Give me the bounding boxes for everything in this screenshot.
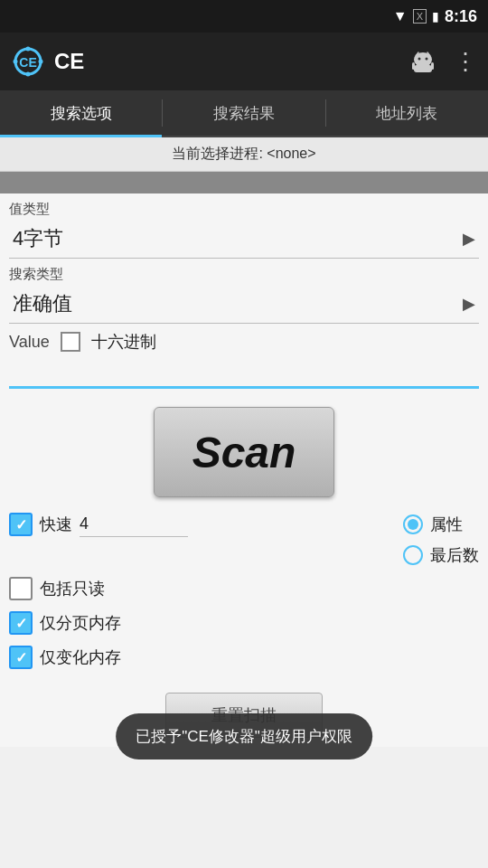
tab-search-options-label: 搜索选项 xyxy=(51,103,112,124)
wifi-icon: ▼ xyxy=(393,8,408,24)
tab-search-options[interactable]: 搜索选项 xyxy=(0,90,162,136)
fast-scan-input[interactable]: 4 xyxy=(80,512,188,537)
tab-address-list-label: 地址列表 xyxy=(376,103,437,124)
checkbox-include-readonly[interactable]: 包括只读 xyxy=(0,571,488,606)
checkbox-changed-memory-label: 仅变化内存 xyxy=(40,646,121,668)
checkbox-include-readonly-box xyxy=(9,577,33,600)
search-type-value: 准确值 xyxy=(13,290,463,317)
svg-point-2 xyxy=(26,47,31,52)
value-row: Value 十六进制 xyxy=(0,324,488,360)
scan-section: Scan xyxy=(0,389,488,506)
value-type-arrow-icon: ▶ xyxy=(463,229,475,249)
value-input-field[interactable] xyxy=(9,363,479,389)
fast-scan-checkbox[interactable]: ✓ xyxy=(9,513,33,536)
checkbox-page-memory[interactable]: ✓ 仅分页内存 xyxy=(0,606,488,640)
svg-point-8 xyxy=(426,58,428,61)
sim-icon: X xyxy=(413,9,427,24)
value-type-value: 4字节 xyxy=(13,225,463,252)
options-row: ✓ 快速 4 属性 最后数 xyxy=(0,506,488,571)
android-icon[interactable] xyxy=(408,47,437,76)
tab-search-results-label: 搜索结果 xyxy=(213,103,275,124)
scan-button-label: Scan xyxy=(192,428,296,477)
fast-scan-label: 快速 xyxy=(40,514,72,535)
progress-area xyxy=(0,172,488,193)
svg-point-7 xyxy=(418,58,421,61)
search-type-label: 搜索类型 xyxy=(0,259,488,285)
battery-icon: ▮ xyxy=(432,9,439,24)
value-type-label: 值类型 xyxy=(0,193,488,220)
value-label: Value xyxy=(9,333,50,352)
radio-property-label: 属性 xyxy=(430,514,463,535)
process-bar[interactable]: 当前选择进程: <none> xyxy=(0,137,488,172)
tab-search-results[interactable]: 搜索结果 xyxy=(163,90,324,136)
scan-button[interactable]: Scan xyxy=(154,407,334,497)
svg-point-4 xyxy=(14,60,18,64)
fast-scan-row: ✓ 快速 4 xyxy=(9,512,188,537)
svg-rect-10 xyxy=(412,62,415,70)
svg-text:CE: CE xyxy=(19,55,36,70)
tab-address-list[interactable]: 地址列表 xyxy=(326,90,488,136)
checkbox-page-memory-box: ✓ xyxy=(9,611,33,635)
right-options: 属性 最后数 xyxy=(403,512,479,566)
status-time: 8:16 xyxy=(445,7,477,26)
process-text: 当前选择进程: <none> xyxy=(172,146,315,161)
toast-message: 已授予"CE修改器"超级用户权限 xyxy=(116,713,372,760)
app-logo-icon: CE xyxy=(11,44,45,79)
value-type-dropdown[interactable]: 4字节 ▶ xyxy=(9,220,479,259)
toast-text: 已授予"CE修改器"超级用户权限 xyxy=(136,728,352,745)
checkbox-include-readonly-label: 包括只读 xyxy=(40,578,105,599)
value-hex-label: 十六进制 xyxy=(91,331,156,353)
radio-last-number-circle xyxy=(403,545,423,565)
checkbox-changed-memory-box: ✓ xyxy=(9,646,33,669)
app-bar: CE CE ⋮ xyxy=(0,33,488,90)
value-checkbox[interactable] xyxy=(61,332,80,352)
radio-last-number[interactable]: 最后数 xyxy=(403,544,479,566)
app-title: CE xyxy=(54,49,84,74)
app-bar-left: CE CE xyxy=(11,44,84,79)
main-content: 值类型 4字节 ▶ 搜索类型 准确值 ▶ Value 十六进制 Scan ✓ 快… xyxy=(0,193,488,747)
left-options: ✓ 快速 4 xyxy=(9,512,188,537)
checkbox-page-memory-label: 仅分页内存 xyxy=(40,612,121,634)
radio-last-number-label: 最后数 xyxy=(430,544,479,566)
svg-rect-9 xyxy=(414,65,432,72)
svg-point-3 xyxy=(26,72,31,77)
more-options-icon[interactable]: ⋮ xyxy=(454,50,477,73)
search-type-dropdown[interactable]: 准确值 ▶ xyxy=(9,285,479,324)
radio-property-circle xyxy=(403,514,423,534)
status-bar: ▼ X ▮ 8:16 xyxy=(0,0,488,33)
app-bar-right: ⋮ xyxy=(408,47,477,76)
search-type-arrow-icon: ▶ xyxy=(463,294,475,314)
svg-rect-11 xyxy=(431,62,434,70)
svg-point-5 xyxy=(39,60,43,64)
status-icons: ▼ X ▮ 8:16 xyxy=(393,7,477,26)
radio-property[interactable]: 属性 xyxy=(403,514,479,535)
radio-property-inner xyxy=(408,519,418,530)
checkbox-changed-memory[interactable]: ✓ 仅变化内存 xyxy=(0,640,488,675)
tab-bar: 搜索选项 搜索结果 地址列表 xyxy=(0,90,488,137)
